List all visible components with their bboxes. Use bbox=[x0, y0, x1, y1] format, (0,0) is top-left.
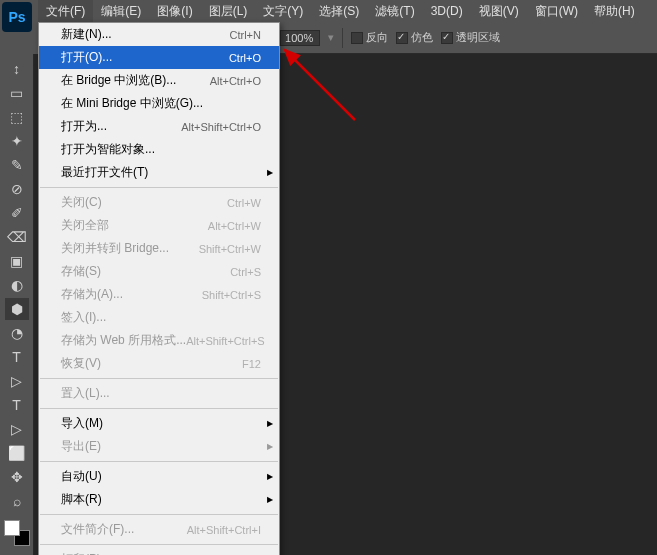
menu-item-label: 置入(L)... bbox=[61, 385, 110, 402]
menu-item-shortcut: Ctrl+W bbox=[227, 197, 261, 209]
menu-item-label: 在 Mini Bridge 中浏览(G)... bbox=[61, 95, 203, 112]
menu-item: 关闭(C)Ctrl+W bbox=[39, 191, 279, 214]
menu-layer[interactable]: 图层(L) bbox=[201, 0, 256, 23]
menu-item-shortcut: Alt+Shift+Ctrl+O bbox=[181, 121, 261, 133]
menu-select[interactable]: 选择(S) bbox=[311, 0, 367, 23]
menu-item-label: 最近打开文件(T) bbox=[61, 164, 148, 181]
menu-item-label: 存储为(A)... bbox=[61, 286, 123, 303]
color-swatches[interactable] bbox=[4, 520, 30, 546]
menu-file[interactable]: 文件(F) bbox=[38, 0, 93, 23]
menu-item-shortcut: Shift+Ctrl+W bbox=[199, 243, 261, 255]
tool-move[interactable]: ↕ bbox=[5, 58, 29, 80]
toolbox: ↕ ▭ ⬚ ✦ ✎ ⊘ ✐ ⌫ ▣ ◐ ⬢ ◔ T ▷ T ▷ ⬜ ✥ ⌕ bbox=[0, 54, 34, 555]
menu-help[interactable]: 帮助(H) bbox=[586, 0, 643, 23]
menu-item-label: 脚本(R) bbox=[61, 491, 102, 508]
menu-item[interactable]: 最近打开文件(T) bbox=[39, 161, 279, 184]
menu-item-label: 导入(M) bbox=[61, 415, 103, 432]
menu-item: 存储为(A)...Shift+Ctrl+S bbox=[39, 283, 279, 306]
menu-item-shortcut: F12 bbox=[242, 358, 261, 370]
menu-item[interactable]: 导入(M) bbox=[39, 412, 279, 435]
menu-item-label: 自动(U) bbox=[61, 468, 102, 485]
opacity-input[interactable] bbox=[280, 30, 320, 46]
menu-item-label: 导出(E) bbox=[61, 438, 101, 455]
tool-zoom[interactable]: ⌕ bbox=[5, 490, 29, 512]
menubar: 文件(F) 编辑(E) 图像(I) 图层(L) 文字(Y) 选择(S) 滤镜(T… bbox=[0, 0, 657, 22]
tool-shape[interactable]: ⬜ bbox=[5, 442, 29, 464]
dither-checkbox[interactable]: 仿色 bbox=[396, 30, 433, 45]
menu-item[interactable]: 打开为...Alt+Shift+Ctrl+O bbox=[39, 115, 279, 138]
menu-item[interactable]: 在 Bridge 中浏览(B)...Alt+Ctrl+O bbox=[39, 69, 279, 92]
menu-item: 签入(I)... bbox=[39, 306, 279, 329]
app-logo: Ps bbox=[2, 2, 32, 32]
file-menu-dropdown: 新建(N)...Ctrl+N打开(O)...Ctrl+O在 Bridge 中浏览… bbox=[38, 22, 280, 555]
menu-window[interactable]: 窗口(W) bbox=[527, 0, 586, 23]
reverse-checkbox[interactable]: 反向 bbox=[351, 30, 388, 45]
menu-item: 关闭全部Alt+Ctrl+W bbox=[39, 214, 279, 237]
menu-item: 导出(E) bbox=[39, 435, 279, 458]
tool-brush[interactable]: ✐ bbox=[5, 202, 29, 224]
menu-edit[interactable]: 编辑(E) bbox=[93, 0, 149, 23]
tool-stamp[interactable]: ⌫ bbox=[5, 226, 29, 248]
tool-gradient[interactable]: ⬢ bbox=[5, 298, 29, 320]
menu-item-label: 关闭(C) bbox=[61, 194, 102, 211]
tool-wand[interactable]: ✦ bbox=[5, 130, 29, 152]
menu-item-shortcut: Alt+Shift+Ctrl+S bbox=[186, 335, 265, 347]
menu-item-label: 存储为 Web 所用格式... bbox=[61, 332, 186, 349]
menu-item-label: 在 Bridge 中浏览(B)... bbox=[61, 72, 176, 89]
menu-item: 文件简介(F)...Alt+Shift+Ctrl+I bbox=[39, 518, 279, 541]
menu-item-shortcut: Alt+Ctrl+O bbox=[210, 75, 261, 87]
transparency-checkbox[interactable]: 透明区域 bbox=[441, 30, 500, 45]
menu-item-shortcut: Alt+Shift+Ctrl+I bbox=[187, 524, 261, 536]
menu-item-shortcut: Ctrl+O bbox=[229, 52, 261, 64]
tool-pen[interactable]: ▷ bbox=[5, 370, 29, 392]
menu-item: 存储为 Web 所用格式...Alt+Shift+Ctrl+S bbox=[39, 329, 279, 352]
menu-item: 关闭并转到 Bridge...Shift+Ctrl+W bbox=[39, 237, 279, 260]
menu-item[interactable]: 自动(U) bbox=[39, 465, 279, 488]
menu-item-label: 关闭全部 bbox=[61, 217, 109, 234]
menu-item-shortcut: Alt+Ctrl+W bbox=[208, 220, 261, 232]
menu-item[interactable]: 打开为智能对象... bbox=[39, 138, 279, 161]
tool-dodge[interactable]: T bbox=[5, 346, 29, 368]
menu-item-label: 恢复(V) bbox=[61, 355, 101, 372]
menu-filter[interactable]: 滤镜(T) bbox=[367, 0, 422, 23]
menu-view[interactable]: 视图(V) bbox=[471, 0, 527, 23]
menu-item: 打印(P)...Ctrl+P bbox=[39, 548, 279, 555]
tool-hand[interactable]: ✥ bbox=[5, 466, 29, 488]
menu-3d[interactable]: 3D(D) bbox=[423, 1, 471, 21]
menu-item-label: 打印(P)... bbox=[61, 551, 111, 555]
menu-item-shortcut: Ctrl+S bbox=[230, 266, 261, 278]
tool-lasso[interactable]: ⬚ bbox=[5, 106, 29, 128]
menu-item-label: 文件简介(F)... bbox=[61, 521, 134, 538]
menu-item[interactable]: 在 Mini Bridge 中浏览(G)... bbox=[39, 92, 279, 115]
tool-eraser[interactable]: ◐ bbox=[5, 274, 29, 296]
menu-item-shortcut: Shift+Ctrl+S bbox=[202, 289, 261, 301]
menu-item[interactable]: 脚本(R) bbox=[39, 488, 279, 511]
menu-item[interactable]: 新建(N)...Ctrl+N bbox=[39, 23, 279, 46]
menu-item-label: 存储(S) bbox=[61, 263, 101, 280]
menu-item-label: 新建(N)... bbox=[61, 26, 112, 43]
tool-history-brush[interactable]: ▣ bbox=[5, 250, 29, 272]
menu-item: 恢复(V)F12 bbox=[39, 352, 279, 375]
tool-text[interactable]: T bbox=[5, 394, 29, 416]
menu-item[interactable]: 打开(O)...Ctrl+O bbox=[39, 46, 279, 69]
menu-item-label: 签入(I)... bbox=[61, 309, 106, 326]
tool-eyedropper[interactable]: ⊘ bbox=[5, 178, 29, 200]
menu-item-shortcut: Ctrl+N bbox=[230, 29, 261, 41]
menu-item-label: 打开为... bbox=[61, 118, 107, 135]
tool-blur[interactable]: ◔ bbox=[5, 322, 29, 344]
menu-item: 存储(S)Ctrl+S bbox=[39, 260, 279, 283]
menu-item-label: 打开为智能对象... bbox=[61, 141, 155, 158]
menu-item: 置入(L)... bbox=[39, 382, 279, 405]
foreground-color-swatch[interactable] bbox=[4, 520, 20, 536]
tool-path[interactable]: ▷ bbox=[5, 418, 29, 440]
menu-type[interactable]: 文字(Y) bbox=[255, 0, 311, 23]
menu-item-label: 打开(O)... bbox=[61, 49, 112, 66]
menu-image[interactable]: 图像(I) bbox=[149, 0, 200, 23]
tool-crop[interactable]: ✎ bbox=[5, 154, 29, 176]
menu-item-label: 关闭并转到 Bridge... bbox=[61, 240, 169, 257]
tool-marquee[interactable]: ▭ bbox=[5, 82, 29, 104]
